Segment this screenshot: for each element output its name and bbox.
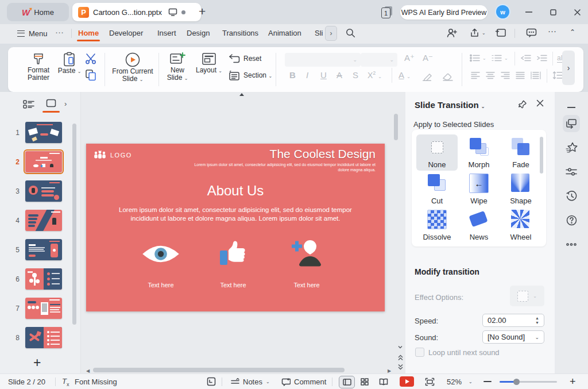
vertical-scrollbar[interactable]	[394, 114, 398, 140]
speed-spinner[interactable]: ▲▼	[535, 317, 539, 325]
zoom-percentage[interactable]: 52%	[447, 378, 462, 386]
effect-options-dropdown[interactable]: ⌄	[510, 286, 544, 306]
export-share-button[interactable]: ⌄	[470, 28, 486, 38]
slide-body-text[interactable]: Lorem ipsum dolor sit amet, consectetur …	[109, 206, 362, 223]
zoom-in-button[interactable]: +	[570, 376, 576, 388]
thumbnail-scrollbar[interactable]	[72, 124, 76, 325]
zoom-slider-knob[interactable]	[513, 379, 520, 385]
text-direction-button[interactable]: al	[557, 54, 562, 63]
slide-sorter-view-button[interactable]	[361, 378, 369, 386]
justify-button[interactable]	[516, 71, 525, 79]
underline-button[interactable]: U	[320, 70, 327, 80]
pin-panel-icon[interactable]	[518, 100, 527, 109]
new-slide-button[interactable]: NewSlide ⌄	[163, 52, 192, 82]
slide-thumbnail-8[interactable]	[25, 327, 62, 348]
pin-to-taskbar-icon[interactable]	[495, 28, 506, 37]
cut-button[interactable]	[84, 53, 97, 64]
scroll-down-arrow[interactable]	[398, 345, 403, 349]
icon-caption[interactable]: Text here	[126, 282, 195, 288]
align-center-button[interactable]	[486, 71, 495, 79]
slide-view-icon-active[interactable]	[42, 99, 60, 113]
superscript-button[interactable]: X2 ⌄	[368, 70, 382, 80]
transition-effect-news[interactable]: News	[458, 207, 500, 243]
wps-home-tab[interactable]: W Home	[7, 3, 69, 21]
slide-subtitle[interactable]: Lorem ipsum dolor sit amet, consectetur …	[186, 163, 376, 172]
monitor-icon[interactable]	[168, 8, 177, 16]
ribbon-tab-home[interactable]: Home	[78, 29, 99, 37]
collapse-sidebar-icon[interactable]	[563, 99, 580, 116]
transition-effect-shape[interactable]: Shape	[500, 171, 541, 207]
search-icon[interactable]	[346, 28, 355, 38]
transition-effect-morph[interactable]: Morph	[458, 134, 500, 171]
increase-indent-button[interactable]	[536, 54, 547, 62]
ribbon-collapse-handle[interactable]	[239, 93, 244, 96]
scroll-right-arrow[interactable]: ▶	[388, 368, 391, 373]
speed-input[interactable]: 02.00 ▲▼	[482, 314, 544, 327]
ribbon-tab-insert[interactable]: Insert	[157, 29, 176, 37]
panel-title[interactable]: Slide Transition ⌄	[415, 100, 485, 110]
sidebar-animation-star-icon[interactable]	[563, 139, 580, 156]
ribbon-tab-developer[interactable]: Developer	[109, 29, 143, 37]
copy-button[interactable]	[85, 69, 96, 81]
scroll-left-arrow[interactable]: ◀	[86, 368, 90, 373]
new-tab-button[interactable]: +	[199, 5, 206, 18]
font-color-button[interactable]: A̲ ⌄	[399, 70, 411, 80]
close-panel-icon[interactable]	[536, 99, 544, 107]
transition-effect-dissolve[interactable]: Dissolve	[416, 207, 458, 243]
italic-button[interactable]: I	[306, 70, 308, 80]
zoom-slider[interactable]	[500, 381, 557, 383]
maximize-button[interactable]	[547, 6, 559, 18]
icon-caption[interactable]: Text here	[272, 282, 341, 288]
document-tab[interactable]: P Cartoon G...tion.pptx	[72, 3, 201, 21]
strikethrough-button[interactable]: S	[353, 70, 358, 80]
slide-thumbnail-1[interactable]	[25, 122, 62, 143]
align-right-button[interactable]	[501, 71, 510, 79]
outline-view-icon[interactable]	[23, 100, 34, 109]
paste-button[interactable]: Paste ⌄	[56, 52, 83, 75]
ribbon-expand-button[interactable]: ›	[562, 51, 575, 85]
slide-heading[interactable]: About Us	[86, 183, 385, 199]
slide-thumbnail-4[interactable]	[25, 210, 62, 231]
ribbon-tab-design[interactable]: Design	[187, 29, 210, 37]
align-left-button[interactable]	[471, 71, 480, 79]
theme-layout-icon[interactable]	[207, 377, 216, 386]
ribbon-tab-transitions[interactable]: Transitions	[222, 29, 258, 37]
transition-effect-wipe[interactable]: ← Wipe	[458, 171, 500, 207]
clear-format-eraser-button[interactable]	[442, 72, 454, 81]
close-button[interactable]	[571, 6, 583, 18]
more-tools-button[interactable]: ···	[548, 26, 556, 36]
tab-count-badge[interactable]: 1	[381, 6, 393, 18]
transition-effect-wheel[interactable]: Wheel	[500, 207, 541, 243]
previous-slide-button[interactable]	[398, 355, 403, 361]
icon-caption[interactable]: Text here	[199, 282, 268, 288]
minimize-button[interactable]	[523, 6, 535, 18]
slide-thumbnail-5[interactable]	[25, 239, 62, 260]
sidebar-more-icon[interactable]	[563, 236, 580, 253]
slide-thumbnail-2-selected[interactable]	[25, 151, 62, 172]
ribbon-tab-animation[interactable]: Animation	[268, 29, 301, 37]
numbering-button[interactable]	[492, 54, 502, 62]
share-user-icon[interactable]	[447, 28, 458, 38]
next-slide-button[interactable]	[398, 364, 403, 370]
sidebar-transition-icon-active[interactable]	[563, 115, 580, 132]
comment-button[interactable]: Comment	[281, 378, 326, 386]
normal-view-button-active[interactable]	[339, 376, 355, 388]
slideshow-play-button[interactable]	[400, 376, 414, 387]
wps-ai-preview-button[interactable]: WPS AI Early Bird Preview	[400, 5, 488, 20]
loop-sound-checkbox[interactable]	[415, 348, 424, 357]
sidebar-object-properties-icon[interactable]	[563, 163, 580, 180]
add-slide-button[interactable]: +	[33, 355, 41, 371]
decrease-indent-button[interactable]	[520, 54, 531, 62]
play-from-current-slide-button[interactable]: From CurrentSlide ⌄	[110, 52, 155, 83]
expand-panel-chevron[interactable]: ›	[64, 99, 67, 108]
distribute-text-button[interactable]	[531, 71, 541, 79]
increase-font-button[interactable]: A⁺	[404, 53, 415, 63]
chevron-down-icon[interactable]: ⌄	[482, 56, 486, 61]
section-button[interactable]: Section ⌄	[229, 71, 272, 81]
main-menu-button[interactable]: Menu	[17, 29, 48, 38]
quick-access-more-button[interactable]: ···	[55, 27, 64, 37]
transition-effect-fade[interactable]: Fade	[500, 134, 541, 171]
reset-button[interactable]: Reset	[229, 54, 261, 64]
chevron-down-icon[interactable]: ⌄	[469, 379, 473, 384]
format-painter-button[interactable]: FormatPainter	[22, 52, 55, 82]
